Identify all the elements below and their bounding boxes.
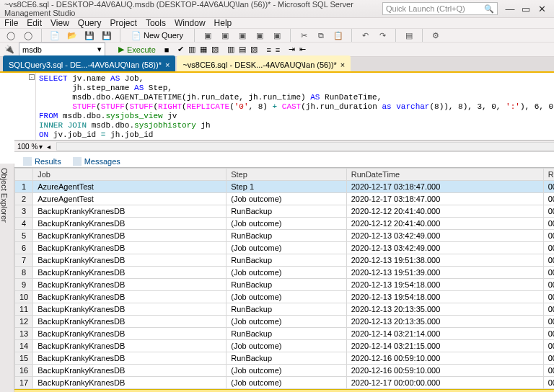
table-row[interactable]: 8BackupKrankyKranesDB(Job outcome)2020-1… bbox=[15, 267, 555, 279]
document-tab[interactable]: SQLQuery3.sql - DE...-4AV6AUQ\Ian (58))*… bbox=[3, 55, 175, 71]
display-plan-icon[interactable]: ▥ bbox=[188, 45, 195, 54]
cell: (Job outcome) bbox=[227, 365, 347, 377]
menu-help[interactable]: Help bbox=[214, 18, 232, 28]
results-grid[interactable]: JobStepRunDateTimeRunDuration1AzureAgent… bbox=[14, 168, 554, 389]
scroll-left-icon[interactable]: ◂ bbox=[47, 143, 50, 151]
tb-icon[interactable]: ▣ bbox=[219, 29, 232, 42]
tb-icon[interactable]: ▣ bbox=[201, 29, 214, 42]
cut-icon[interactable]: ✂ bbox=[297, 29, 310, 42]
table-row[interactable]: 17BackupKrankyKranesDB(Job outcome)2020-… bbox=[15, 377, 555, 389]
collapse-icon[interactable]: - bbox=[29, 74, 35, 80]
table-row[interactable]: 2AzureAgentTest(Job outcome)2020-12-17 0… bbox=[15, 193, 555, 205]
sql-code[interactable]: SELECT jv.name AS Job, jh.step_name AS S… bbox=[36, 73, 554, 140]
minimize-button[interactable]: — bbox=[502, 4, 518, 14]
table-row[interactable]: 1AzureAgentTestStep 12020-12-17 03:18:47… bbox=[15, 181, 555, 193]
table-row[interactable]: 4BackupKrankyKranesDB(Job outcome)2020-1… bbox=[15, 218, 555, 230]
tb-icon[interactable]: ▣ bbox=[253, 29, 266, 42]
execute-button[interactable]: ▶ Execute bbox=[114, 44, 160, 55]
tb-icon[interactable]: ▦ bbox=[200, 45, 207, 54]
document-tab[interactable]: ~vs8CE6.sql - DESK...-4AV6AUQ\Ian (56))*… bbox=[177, 55, 351, 71]
results-grid-icon[interactable]: ▥ bbox=[227, 45, 234, 54]
results-tab[interactable]: Results bbox=[17, 156, 67, 167]
table-row[interactable]: 13BackupKrankyKranesDBRunBackup2020-12-1… bbox=[15, 328, 555, 340]
copy-icon[interactable]: ⧉ bbox=[315, 29, 327, 42]
table-row[interactable]: 15BackupKrankyKranesDBRunBackup2020-12-1… bbox=[15, 352, 555, 365]
zoom-level[interactable]: 100 % bbox=[17, 143, 38, 151]
grid-icon bbox=[23, 157, 32, 166]
redo-icon[interactable]: ↷ bbox=[376, 29, 389, 42]
object-explorer-tab[interactable]: Object Explorer bbox=[0, 164, 14, 392]
cell: 2020-12-13 19:54:18.000 bbox=[346, 291, 543, 303]
results-text-icon[interactable]: ▤ bbox=[239, 45, 246, 54]
toolbar-query: 🔌 msdb ▾ ▶ Execute ■ ✔ ▥ ▦ ▧ ▥ ▤ ▧ ≡ ≡ ⇥… bbox=[0, 43, 554, 57]
comment-icon[interactable]: ≡ bbox=[266, 45, 271, 54]
uncomment-icon[interactable]: ≡ bbox=[276, 45, 280, 54]
horizontal-scrollbar[interactable] bbox=[56, 142, 554, 151]
navigate-back-icon[interactable]: ◯ bbox=[4, 29, 17, 42]
menu-query[interactable]: Query bbox=[78, 18, 102, 28]
menu-edit[interactable]: Edit bbox=[27, 18, 42, 28]
tb-icon[interactable]: ▣ bbox=[271, 29, 283, 42]
stop-icon[interactable]: ■ bbox=[164, 45, 170, 54]
cell: 00:00:00:01 bbox=[543, 218, 554, 230]
tab-label: ~vs8CE6.sql - DESK...-4AV6AUQ\Ian (56))* bbox=[183, 61, 336, 69]
table-row[interactable]: 5BackupKrankyKranesDBRunBackup2020-12-13… bbox=[15, 230, 555, 242]
table-row[interactable]: 12BackupKrankyKranesDB(Job outcome)2020-… bbox=[15, 316, 555, 328]
navigate-fwd-icon[interactable]: ◯ bbox=[22, 29, 35, 42]
new-query-button[interactable]: 📄 New Query bbox=[127, 30, 188, 42]
table-row[interactable]: 10BackupKrankyKranesDB(Job outcome)2020-… bbox=[15, 291, 555, 303]
database-combo[interactable]: msdb ▾ bbox=[19, 43, 105, 56]
results-file-icon[interactable]: ▧ bbox=[250, 45, 258, 54]
quick-launch-input[interactable]: Quick Launch (Ctrl+Q) 🔍 bbox=[382, 2, 498, 15]
table-row[interactable]: 3BackupKrankyKranesDBRunBackup2020-12-12… bbox=[15, 205, 555, 218]
cell: RunBackup bbox=[227, 254, 347, 267]
cell: 00:00:00:00 bbox=[543, 340, 554, 352]
save-all-icon[interactable]: 💾 bbox=[100, 29, 113, 42]
tb-icon[interactable]: ▣ bbox=[236, 29, 249, 42]
cell: 00:00:00:00 bbox=[543, 316, 554, 328]
cell: 5 bbox=[15, 230, 33, 242]
cell: 16 bbox=[15, 365, 33, 377]
close-button[interactable]: ✕ bbox=[534, 4, 550, 14]
column-header[interactable] bbox=[15, 169, 33, 181]
table-row[interactable]: 7BackupKrankyKranesDBRunBackup2020-12-13… bbox=[15, 254, 555, 267]
menu-project[interactable]: Project bbox=[110, 18, 137, 28]
cell: BackupKrankyKranesDB bbox=[33, 267, 227, 279]
cell: 14 bbox=[15, 340, 33, 352]
column-header[interactable]: RunDateTime bbox=[346, 169, 543, 181]
restore-button[interactable]: ▭ bbox=[518, 4, 534, 14]
save-icon[interactable]: 💾 bbox=[83, 29, 96, 42]
table-row[interactable]: 16BackupKrankyKranesDB(Job outcome)2020-… bbox=[15, 365, 555, 377]
menu-window[interactable]: Window bbox=[175, 18, 206, 28]
chevron-down-icon[interactable]: ▾ bbox=[39, 143, 43, 151]
table-row[interactable]: 14BackupKrankyKranesDB(Job outcome)2020-… bbox=[15, 340, 555, 352]
paste-icon[interactable]: 📋 bbox=[332, 29, 345, 42]
table-row[interactable]: 9BackupKrankyKranesDBRunBackup2020-12-13… bbox=[15, 279, 555, 291]
menu-file[interactable]: File bbox=[4, 18, 18, 28]
close-icon[interactable]: × bbox=[165, 61, 170, 69]
open-icon[interactable]: 📂 bbox=[66, 29, 79, 42]
column-header[interactable]: Job bbox=[33, 169, 227, 181]
tb-icon[interactable]: ▧ bbox=[211, 45, 219, 54]
change-connection-icon[interactable]: 🔌 bbox=[4, 45, 14, 54]
menu-view[interactable]: View bbox=[50, 18, 69, 28]
close-icon[interactable]: × bbox=[340, 61, 345, 69]
new-file-icon[interactable]: 📄 bbox=[48, 29, 61, 42]
column-header[interactable]: RunDuration bbox=[543, 169, 554, 181]
table-row[interactable]: 11BackupKrankyKranesDBRunBackup2020-12-1… bbox=[15, 303, 555, 316]
tb-settings-icon[interactable]: ⚙ bbox=[429, 29, 442, 42]
tb-icon[interactable]: ▤ bbox=[403, 29, 416, 42]
indent-icon[interactable]: ⇥ bbox=[289, 45, 295, 54]
messages-tab[interactable]: Messages bbox=[67, 156, 126, 167]
sql-editor[interactable]: - SELECT jv.name AS Job, jh.step_name AS… bbox=[14, 73, 554, 141]
cell: BackupKrankyKranesDB bbox=[33, 279, 227, 291]
column-header[interactable]: Step bbox=[227, 169, 347, 181]
lightning-icon: 📄 bbox=[131, 31, 141, 40]
menu-tools[interactable]: Tools bbox=[146, 18, 166, 28]
parse-icon[interactable]: ✔ bbox=[177, 45, 184, 54]
outdent-icon[interactable]: ⇤ bbox=[299, 45, 306, 54]
table-row[interactable]: 6BackupKrankyKranesDB(Job outcome)2020-1… bbox=[15, 242, 555, 254]
undo-icon[interactable]: ↶ bbox=[359, 29, 371, 42]
tab-label: SQLQuery3.sql - DE...-4AV6AUQ\Ian (58))* bbox=[9, 61, 162, 69]
cell: 2020-12-13 03:42:49.000 bbox=[346, 242, 543, 254]
